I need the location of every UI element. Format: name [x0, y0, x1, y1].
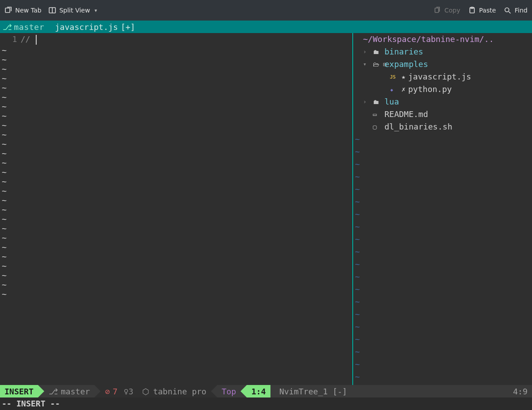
- status-tree-title: NvimTree_1 [-]: [270, 385, 509, 397]
- empty-line-tilde: ~: [2, 139, 7, 149]
- empty-line-tilde: ~: [2, 243, 7, 252]
- empty-line-tilde: ~: [2, 130, 7, 139]
- markdown-file-icon: ▭: [373, 108, 382, 121]
- status-mode: INSERT: [0, 385, 38, 397]
- empty-line-tilde: ~: [2, 64, 7, 74]
- copy-button[interactable]: Copy: [434, 7, 460, 14]
- search-icon: [504, 7, 511, 14]
- tree-item-label: python.py: [408, 83, 452, 96]
- svg-point-5: [505, 8, 509, 12]
- new-tab-label: New Tab: [15, 7, 42, 14]
- empty-line-tilde: ~: [2, 92, 7, 102]
- empty-line-tilde: ~: [2, 121, 7, 130]
- chevron-right-icon: ›: [363, 96, 370, 108]
- empty-line-tilde: ~: [2, 271, 7, 280]
- tree-file[interactable]: JS★javascript.js: [353, 71, 532, 83]
- empty-line-tilde: ~: [2, 83, 7, 92]
- tabline-filename[interactable]: javascript.js: [55, 22, 118, 32]
- git-branch-icon: ⎇: [49, 387, 58, 396]
- tabline: ⎇ master javascript.js [+]: [0, 21, 532, 33]
- empty-line-tilde: ~: [2, 289, 7, 299]
- empty-line-tilde: ~: [2, 261, 7, 271]
- empty-line-tilde: ~: [2, 46, 7, 55]
- tree-item-label: binaries: [384, 46, 423, 58]
- empty-line-tilde: ~: [353, 146, 532, 158]
- empty-line-tilde: ~: [2, 102, 7, 111]
- new-tab-icon: [4, 7, 12, 14]
- tree-file[interactable]: ▢dl_binaries.sh: [353, 121, 532, 133]
- empty-line-tilde: ~: [353, 233, 532, 246]
- folder-icon: 🖿: [373, 46, 382, 58]
- empty-line-tilde: ~: [353, 346, 532, 358]
- empty-line-tilde: ~: [2, 205, 7, 214]
- empty-line-tilde: ~: [353, 371, 532, 383]
- tree-file[interactable]: ▭README.md: [353, 108, 532, 121]
- empty-line-tilde: ~: [353, 133, 532, 146]
- copy-icon: [434, 7, 441, 14]
- js-file-icon: JS: [390, 74, 396, 80]
- app-menubar: New Tab Split View ▾ Copy Paste: [0, 0, 532, 21]
- tabline-modified: [+]: [121, 22, 135, 32]
- python-file-icon: ⬥: [390, 86, 393, 93]
- empty-line-tilde: ~: [2, 55, 7, 64]
- editor-content[interactable]: //: [21, 33, 352, 385]
- tabline-branch: master: [14, 22, 44, 32]
- paste-button[interactable]: Paste: [469, 7, 496, 14]
- empty-line-tilde: ~: [353, 246, 532, 258]
- empty-line-tilde: ~: [2, 158, 7, 167]
- folder-icon: 🖿: [373, 96, 382, 108]
- split-view-button[interactable]: Split View ▾: [49, 7, 97, 14]
- empty-line-tilde: ~: [2, 111, 7, 121]
- status-diagnostics: ⊘ 7 ♀ 3: [101, 385, 138, 397]
- error-icon: ⊘: [105, 387, 110, 396]
- line-number: 1: [0, 33, 17, 46]
- find-button[interactable]: Find: [504, 7, 528, 14]
- empty-line-tilde: ~: [353, 208, 532, 221]
- copy-label: Copy: [444, 7, 460, 14]
- tree-root-path: ~/Workspace/tabnine-nvim/..: [353, 33, 532, 46]
- code-line-1: //: [21, 34, 35, 44]
- tree-dir[interactable]: ›🖿binaries: [353, 46, 532, 58]
- empty-line-tilde: ~: [353, 221, 532, 233]
- split-view-label: Split View: [59, 7, 90, 14]
- git-branch-icon: ⎇: [3, 22, 12, 32]
- empty-line-tilde: ~: [2, 186, 7, 196]
- status-position-right: 4:9: [508, 385, 532, 397]
- tree-dir[interactable]: ›🖿lua: [353, 96, 532, 108]
- text-cursor: [36, 35, 37, 45]
- new-tab-button[interactable]: New Tab: [4, 7, 42, 14]
- paste-label: Paste: [479, 7, 496, 14]
- empty-line-tilde: ~: [353, 196, 532, 208]
- status-tabnine: ⬡ tabnine pro: [138, 385, 211, 397]
- x-icon: ✗: [401, 83, 405, 96]
- find-label: Find: [515, 7, 528, 14]
- tree-item-label: javascript.js: [408, 71, 471, 83]
- tree-item-label: dl_binaries.sh: [384, 121, 452, 133]
- cmdline: -- INSERT --: [0, 397, 532, 410]
- tree-item-label: README.md: [384, 108, 428, 121]
- empty-line-tilde: ~: [353, 271, 532, 283]
- empty-line-tilde: ~: [2, 196, 7, 205]
- main-area: 1 // ~~~~~~~~~~~~~~~~~~~~~~~~~~~ ~/Works…: [0, 33, 532, 385]
- empty-line-tilde: ~: [353, 308, 532, 321]
- empty-line-tilde: ~: [353, 358, 532, 371]
- empty-line-tilde: ~: [2, 233, 7, 243]
- empty-line-tilde: ~: [2, 149, 7, 158]
- star-icon: ★: [401, 71, 405, 83]
- tree-dir[interactable]: ▾🗁 ⊟expamples: [353, 58, 532, 71]
- folder-open-icon: 🗁 ⊟: [373, 58, 382, 71]
- tree-item-label: lua: [384, 96, 399, 108]
- chevron-right-icon: ›: [363, 46, 370, 58]
- empty-line-tilde: ~: [2, 177, 7, 186]
- file-icon: ▢: [373, 121, 382, 133]
- editor-pane[interactable]: 1 // ~~~~~~~~~~~~~~~~~~~~~~~~~~~: [0, 33, 353, 385]
- empty-line-tilde: ~: [2, 252, 7, 261]
- split-view-icon: [49, 7, 56, 14]
- status-position-left: 1:4: [247, 385, 270, 397]
- empty-line-tilde: ~: [2, 214, 7, 224]
- file-tree-pane[interactable]: ~/Workspace/tabnine-nvim/.. ›🖿binaries▾🗁…: [353, 33, 532, 385]
- tree-file[interactable]: ⬥✗python.py: [353, 83, 532, 96]
- statusline: INSERT ⎇ master ⊘ 7 ♀ 3 ⬡ tabnine pro To…: [0, 385, 532, 397]
- paste-icon: [469, 7, 476, 14]
- empty-line-tilde: ~: [2, 224, 7, 233]
